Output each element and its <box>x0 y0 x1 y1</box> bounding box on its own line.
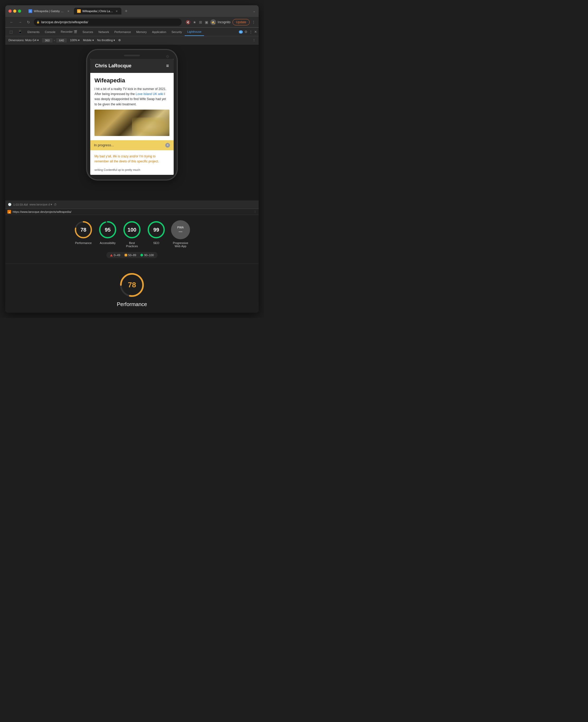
score-performance: 78 Performance <box>74 220 93 248</box>
bookmark-icon[interactable]: ★ <box>193 20 196 24</box>
legend-average: 50–89 <box>125 254 136 257</box>
tab-overflow-button[interactable]: ⌄ <box>253 9 255 13</box>
dimension-inputs: × <box>42 38 67 42</box>
back-button[interactable]: ← <box>8 19 15 25</box>
scores-row: 78 Performance 95 Accessibility <box>74 220 190 248</box>
tab-console[interactable]: Console <box>42 28 58 36</box>
perf-detail-score: 78 <box>128 281 136 289</box>
address-bar: ← → ↻ 🔒 larocque.dev/projects/wifeapedia… <box>5 17 259 27</box>
title-bar: G Wifeapedia | Gatsby Default St... ✕ W … <box>5 5 259 17</box>
tabs-bar: G Wifeapedia | Gatsby Default St... ✕ W … <box>25 7 255 15</box>
devtools-url-menu[interactable]: ⋮ <box>254 210 256 214</box>
best-practices-score: 100 <box>127 227 136 233</box>
pwa-text: PWA <box>177 226 184 229</box>
banner-text: In progress... <box>94 143 114 147</box>
tab-network[interactable]: Network <box>96 28 112 36</box>
legend-average-icon <box>125 254 127 256</box>
post-image <box>94 109 169 136</box>
clock-icon: 🕐 <box>8 203 12 206</box>
tab-2-close[interactable]: ✕ <box>115 9 118 13</box>
close-button[interactable] <box>8 9 12 13</box>
accessibility-circle: 95 <box>98 220 117 239</box>
maximize-button[interactable] <box>18 9 21 13</box>
score-accessibility: 95 Accessibility <box>98 220 117 248</box>
url-bar[interactable]: 🔒 larocque.dev/projects/wifeapedia/ <box>34 19 182 26</box>
pwa-dash: — <box>179 229 182 234</box>
refresh-button[interactable]: ↻ <box>25 19 32 25</box>
score-best-practices: 100 BestPractices <box>123 220 142 248</box>
devtools-device-icon[interactable]: 📱 <box>15 28 25 36</box>
emulation-more-icon[interactable]: ⋮ <box>253 39 255 42</box>
tab-memory[interactable]: Memory <box>133 28 149 36</box>
tab-lighthouse[interactable]: Lighthouse <box>185 28 204 36</box>
lock-icon: 🔒 <box>37 21 40 23</box>
tab-application[interactable]: Application <box>149 28 169 36</box>
dimension-separator: × <box>54 39 55 42</box>
devtools-favicon: 🔥 <box>7 210 11 214</box>
device-selector[interactable]: Dimensions: Moto G4 ▾ <box>8 39 39 42</box>
legend-fail: 0–49 <box>110 254 120 257</box>
cast-icon[interactable]: 🔇 <box>186 20 190 24</box>
legend-row: 0–49 50–89 90–100 <box>106 252 158 258</box>
accessibility-label: Accessibility <box>100 241 115 244</box>
incognito-badge: 🕵 Incognito <box>210 19 231 25</box>
tab-performance[interactable]: Performance <box>112 28 133 36</box>
emulation-settings-icon[interactable]: ⚙ <box>118 39 121 42</box>
best-practices-circle: 100 <box>123 220 142 239</box>
tab-sources[interactable]: Sources <box>80 28 96 36</box>
tabstrip-icon[interactable]: ⊞ <box>199 20 202 24</box>
devtools-secondary-bar: 🕐 1:03:59 AM www.larocque.d ▾ ⏱ <box>5 200 259 209</box>
throttle-selector[interactable]: No throttling ▾ <box>97 39 115 42</box>
tab-2-title: Wifeapedia | Chris LaRocque <box>82 9 113 13</box>
tab-1-close[interactable]: ✕ <box>67 9 70 13</box>
devtools-tabs: ⬚ 📱 Elements Console Recorder 🎬 Sources … <box>5 27 259 36</box>
mobile-selector[interactable]: Mobile ▾ <box>83 39 94 42</box>
tab-1[interactable]: G Wifeapedia | Gatsby Default St... ✕ <box>25 8 73 15</box>
url-text: larocque.dev/projects/wifeapedia/ <box>41 20 88 24</box>
banner-close-button[interactable]: ✕ <box>165 143 170 148</box>
new-tab-button[interactable]: + <box>123 7 130 15</box>
devtools-close-icon[interactable]: ✕ <box>254 30 257 34</box>
perf-detail-circle: 78 <box>119 272 145 298</box>
seo-label: SEO <box>153 241 159 244</box>
legend-average-label: 50–89 <box>128 254 136 257</box>
tab-1-title: Wifeapedia | Gatsby Default St... <box>34 9 65 13</box>
performance-circle: 78 <box>74 220 93 239</box>
width-input[interactable] <box>42 38 52 42</box>
tab-security[interactable]: Security <box>169 28 185 36</box>
performance-label: Performance <box>75 241 92 244</box>
site-header: Chris LaRocque ≡ <box>90 59 174 73</box>
score-seo: 99 SEO <box>147 220 166 248</box>
devtools-domain-selector[interactable]: www.larocque.d ▾ <box>29 203 52 206</box>
zoom-selector[interactable]: 100% ▾ <box>70 39 80 42</box>
height-input[interactable] <box>56 38 67 42</box>
tab-1-favicon: G <box>28 9 32 13</box>
forward-button[interactable]: → <box>17 19 23 25</box>
devtools-clock-btn[interactable]: ⏱ <box>54 203 57 206</box>
devtools-settings-icon[interactable]: ⚙ <box>245 30 248 34</box>
in-progress-banner: In progress... ✕ <box>90 140 174 150</box>
more-options-icon[interactable]: ⋮ <box>252 20 255 24</box>
minimize-button[interactable] <box>13 9 16 13</box>
legend-fail-label: 0–49 <box>114 254 120 257</box>
viewport-area: Chris LaRocque ≡ Wifeapedia I hit a bit … <box>5 45 259 200</box>
browser-window: G Wifeapedia | Gatsby Default St... ✕ W … <box>5 5 259 313</box>
tab-recorder[interactable]: Recorder 🎬 <box>58 28 80 36</box>
incognito-label: Incognito <box>218 20 231 24</box>
tab-elements[interactable]: Elements <box>25 28 42 36</box>
hamburger-icon[interactable]: ≡ <box>166 63 169 69</box>
accessibility-score: 95 <box>105 227 110 233</box>
device-icon[interactable]: ▣ <box>205 20 208 24</box>
phone-screen: Chris LaRocque ≡ Wifeapedia I hit a bit … <box>90 59 174 175</box>
devtools-url: https://www.larocque.dev/projects/wifeap… <box>13 210 71 213</box>
devtools-side-icons: 1 ⚙ ⋮ ✕ <box>239 30 257 34</box>
devtools-inspect-icon[interactable]: ⬚ <box>7 28 15 36</box>
update-button[interactable]: Update <box>232 19 250 25</box>
pwa-label: ProgressiveWeb App <box>173 241 188 248</box>
tab-2[interactable]: W Wifeapedia | Chris LaRocque ✕ <box>74 8 121 15</box>
post-body: I hit a bit of a reality TV kick in the … <box>94 87 169 107</box>
emulation-bar: Dimensions: Moto G4 ▾ × 100% ▾ Mobile ▾ … <box>5 36 259 45</box>
site-content: Wifeapedia I hit a bit of a reality TV k… <box>90 73 174 140</box>
devtools-more-icon[interactable]: ⋮ <box>249 30 253 34</box>
post-link[interactable]: Love Island UK wiki <box>135 92 163 96</box>
